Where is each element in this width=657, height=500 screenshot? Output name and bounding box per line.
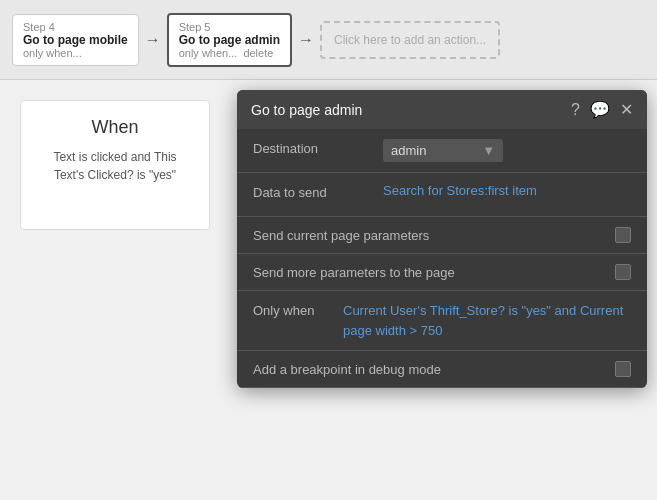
only-when-row: Only when Current User's Thrift_Store? i… [237,291,647,351]
modal-header-icons: ? 💬 ✕ [571,100,633,119]
breakpoint-row: Add a breakpoint in debug mode [237,351,647,388]
step5-sub: only when... delete [179,47,280,59]
workflow-bar: Step 4 Go to page mobile only when... → … [0,0,657,80]
arrow1: → [143,31,163,49]
main-area: When Text is clicked and This Text's Cli… [0,80,657,500]
data-to-send-value[interactable]: Search for Stores:first item [383,183,631,198]
destination-label: Destination [253,139,383,156]
send-more-checkbox[interactable] [615,264,631,280]
data-to-send-row: Data to send Search for Stores:first ite… [237,173,647,217]
step5-delete[interactable]: delete [243,47,273,59]
breakpoint-label: Add a breakpoint in debug mode [253,362,441,377]
modal-dialog: Go to page admin ? 💬 ✕ Destination admin… [237,90,647,388]
destination-select[interactable]: admin ▼ [383,139,503,162]
step4-title: Go to page mobile [23,33,128,47]
step5-num: Step 5 [179,21,280,33]
modal-title: Go to page admin [251,102,362,118]
destination-row: Destination admin ▼ [237,129,647,173]
send-more-label: Send more parameters to the page [253,265,455,280]
modal-body: Destination admin ▼ Data to send Search … [237,129,647,388]
comment-icon[interactable]: 💬 [590,100,610,119]
modal-header: Go to page admin ? 💬 ✕ [237,90,647,129]
send-current-row: Send current page parameters [237,217,647,254]
send-current-checkbox[interactable] [615,227,631,243]
add-action-label: Click here to add an action... [334,33,486,47]
help-icon[interactable]: ? [571,101,580,119]
step5-box[interactable]: Step 5 Go to page admin only when... del… [167,13,292,67]
modal-overlay: Go to page admin ? 💬 ✕ Destination admin… [0,80,657,500]
send-current-label: Send current page parameters [253,228,429,243]
step4-box[interactable]: Step 4 Go to page mobile only when... [12,14,139,66]
step5-container: Step 5 Go to page admin only when... del… [167,13,292,67]
send-more-row: Send more parameters to the page [237,254,647,291]
step4-num: Step 4 [23,21,128,33]
destination-chevron-icon: ▼ [482,143,495,158]
data-to-send-label: Data to send [253,183,383,200]
close-icon[interactable]: ✕ [620,100,633,119]
breakpoint-checkbox[interactable] [615,361,631,377]
add-action-box[interactable]: Click here to add an action... [320,21,500,59]
destination-value: admin [391,143,426,158]
step5-title: Go to page admin [179,33,280,47]
step4-container: Step 4 Go to page mobile only when... [12,14,139,66]
step4-sub: only when... [23,47,128,59]
only-when-label: Only when [253,301,333,318]
only-when-value[interactable]: Current User's Thrift_Store? is "yes" an… [343,301,631,340]
arrow2: → [296,31,316,49]
